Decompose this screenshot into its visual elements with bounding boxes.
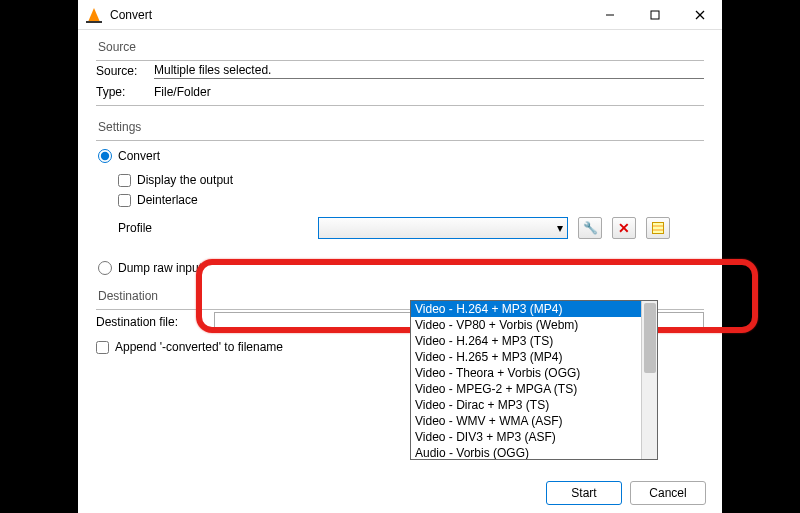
divider — [96, 140, 704, 141]
vlc-cone-icon — [86, 7, 102, 23]
scrollbar-thumb[interactable] — [644, 303, 656, 373]
profile-label: Profile — [118, 221, 178, 235]
convert-radio-input[interactable] — [98, 149, 112, 163]
maximize-button[interactable] — [632, 0, 677, 30]
svg-rect-1 — [651, 11, 659, 19]
new-profile-icon — [652, 222, 664, 234]
destination-file-label: Destination file: — [96, 315, 206, 329]
start-button[interactable]: Start — [546, 481, 622, 505]
wrench-icon: 🔧 — [583, 221, 598, 235]
close-button[interactable] — [677, 0, 722, 30]
profile-row: Profile ▾ 🔧 ✕ — [118, 217, 702, 239]
convert-radio[interactable]: Convert — [98, 149, 702, 163]
minimize-icon — [605, 10, 615, 20]
type-value: File/Folder — [154, 85, 704, 99]
close-icon — [695, 10, 705, 20]
append-converted-input[interactable] — [96, 341, 109, 354]
source-value: Multiple files selected. — [154, 63, 704, 79]
minimize-button[interactable] — [587, 0, 632, 30]
display-output-checkbox[interactable]: Display the output — [118, 173, 702, 187]
profile-option[interactable]: Video - MPEG-2 + MPGA (TS) — [411, 381, 641, 397]
dialog-buttons: Start Cancel — [78, 473, 722, 513]
dump-raw-radio[interactable]: Dump raw input — [98, 261, 702, 275]
profile-dropdown-list: Video - H.264 + MP3 (MP4) Video - VP80 +… — [410, 300, 658, 460]
profile-option[interactable]: Video - H.264 + MP3 (TS) — [411, 333, 641, 349]
deinterlace-checkbox[interactable]: Deinterlace — [118, 193, 702, 207]
divider — [96, 105, 704, 106]
profile-option[interactable]: Video - H.264 + MP3 (MP4) — [411, 301, 641, 317]
window-title: Convert — [110, 8, 587, 22]
display-output-label: Display the output — [137, 173, 233, 187]
profile-option[interactable]: Video - H.265 + MP3 (MP4) — [411, 349, 641, 365]
profile-option[interactable]: Video - Dirac + MP3 (TS) — [411, 397, 641, 413]
source-group: Source Source: Multiple files selected. … — [96, 40, 704, 106]
delete-profile-button[interactable]: ✕ — [612, 217, 636, 239]
deinterlace-input[interactable] — [118, 194, 131, 207]
profile-option[interactable]: Video - WMV + WMA (ASF) — [411, 413, 641, 429]
display-output-input[interactable] — [118, 174, 131, 187]
source-label: Source: — [96, 64, 146, 78]
settings-group: Settings Convert Display the output Dein… — [96, 120, 704, 275]
divider — [96, 60, 704, 61]
delete-icon: ✕ — [618, 220, 630, 236]
cancel-button[interactable]: Cancel — [630, 481, 706, 505]
convert-radio-label: Convert — [118, 149, 160, 163]
convert-dialog: Convert Source Source: Multiple files se… — [78, 0, 722, 513]
profile-option[interactable]: Video - Theora + Vorbis (OGG) — [411, 365, 641, 381]
append-converted-label: Append '-converted' to filename — [115, 340, 283, 354]
edit-profile-button[interactable]: 🔧 — [578, 217, 602, 239]
settings-group-label: Settings — [96, 120, 704, 134]
new-profile-button[interactable] — [646, 217, 670, 239]
maximize-icon — [650, 10, 660, 20]
profile-combobox[interactable]: ▾ — [318, 217, 568, 239]
type-label: Type: — [96, 85, 146, 99]
deinterlace-label: Deinterlace — [137, 193, 198, 207]
source-group-label: Source — [96, 40, 704, 54]
profile-option[interactable]: Video - VP80 + Vorbis (Webm) — [411, 317, 641, 333]
profile-option[interactable]: Video - DIV3 + MP3 (ASF) — [411, 429, 641, 445]
chevron-down-icon: ▾ — [557, 221, 563, 235]
dropdown-scrollbar[interactable] — [641, 301, 657, 460]
dump-raw-input[interactable] — [98, 261, 112, 275]
dump-raw-label: Dump raw input — [118, 261, 202, 275]
titlebar: Convert — [78, 0, 722, 30]
profile-option[interactable]: Audio - Vorbis (OGG) — [411, 445, 641, 460]
